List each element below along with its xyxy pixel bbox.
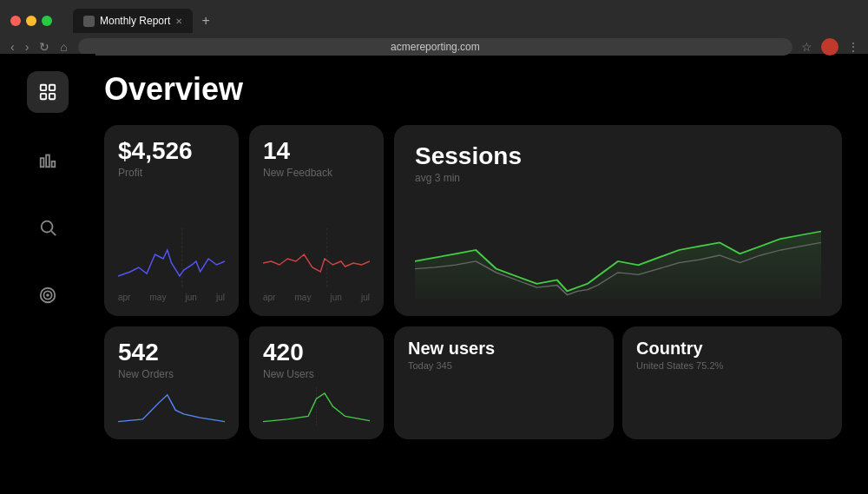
svg-point-11 <box>47 294 49 296</box>
sidebar-item-goals[interactable] <box>27 274 69 316</box>
feedback-label-may: may <box>295 293 312 302</box>
profit-value: $4,526 <box>118 139 225 163</box>
page-title: Overview <box>104 71 842 108</box>
profit-card: $4,526 Profit apr may jun jul <box>104 125 239 316</box>
profit-label-jul: jul <box>216 293 225 302</box>
profit-sparkline <box>118 228 225 289</box>
new-users-chart-value: 420 <box>263 340 370 365</box>
browser-menu-button[interactable]: ⋮ <box>845 38 861 56</box>
feedback-value: 14 <box>263 139 370 163</box>
feedback-chart-labels: apr may jun jul <box>263 293 370 302</box>
svg-rect-5 <box>46 155 49 168</box>
country-card: Country United States 75.2% <box>622 326 842 439</box>
sidebar <box>0 54 95 494</box>
tab-close-icon[interactable]: ✕ <box>175 16 182 26</box>
sessions-title: Sessions <box>415 142 821 170</box>
traffic-lights: Monthly Report ✕ + <box>0 0 868 36</box>
new-users-stat-card: New users Today 345 <box>394 326 614 439</box>
profit-label-apr: apr <box>118 293 130 302</box>
new-tab-button[interactable]: + <box>196 11 214 30</box>
nav-buttons: ‹ › ↻ ⌂ <box>7 38 71 56</box>
profit-label: Profit <box>118 167 225 179</box>
feedback-chart-area <box>263 188 370 289</box>
reload-button[interactable]: ↻ <box>36 38 53 56</box>
active-tab[interactable]: Monthly Report ✕ <box>73 9 193 33</box>
sessions-subtitle: avg 3 min <box>415 172 821 184</box>
feedback-sparkline <box>263 228 370 289</box>
sidebar-item-dashboard[interactable] <box>27 71 69 113</box>
country-sub: United States 75.2% <box>636 360 828 371</box>
feedback-label-jul: jul <box>361 293 370 302</box>
forward-button[interactable]: › <box>22 38 33 56</box>
new-users-stat-area: New users Today 345 Country United State… <box>394 326 842 439</box>
feedback-card: 14 New Feedback apr may jun jul <box>249 125 384 316</box>
profit-chart-area <box>118 188 225 289</box>
new-users-chart-card: 420 New Users <box>249 326 384 439</box>
new-users-stat-title: New users <box>408 339 600 359</box>
feedback-label-apr: apr <box>263 293 275 302</box>
home-button[interactable]: ⌂ <box>56 38 70 56</box>
sessions-sparkline <box>415 201 821 299</box>
new-orders-card: 542 New Orders <box>104 326 239 439</box>
app-container: Overview $4,526 Profit apr may jun jul <box>0 54 868 494</box>
svg-point-7 <box>42 221 53 233</box>
new-orders-sparkline <box>118 387 225 425</box>
feedback-label-jun: jun <box>331 293 342 302</box>
main-content: Overview $4,526 Profit apr may jun jul <box>95 54 868 494</box>
new-orders-value: 542 <box>118 340 225 365</box>
new-orders-label: New Orders <box>118 368 225 380</box>
tab-favicon <box>83 16 95 27</box>
back-button[interactable]: ‹ <box>7 38 18 56</box>
minimize-button[interactable] <box>26 16 36 26</box>
close-button[interactable] <box>10 16 21 26</box>
svg-rect-0 <box>41 85 46 90</box>
svg-rect-1 <box>49 85 55 90</box>
address-bar[interactable] <box>78 38 792 56</box>
profile-avatar[interactable] <box>821 38 838 56</box>
sidebar-item-search[interactable] <box>27 207 69 248</box>
svg-rect-6 <box>52 161 56 167</box>
new-users-stat-sub: Today 345 <box>408 360 600 371</box>
svg-rect-4 <box>41 158 44 167</box>
sessions-card: Sessions avg 3 min <box>394 125 842 316</box>
new-users-chart-label: New Users <box>263 368 370 380</box>
profit-label-may: may <box>150 293 167 302</box>
browser-chrome: Monthly Report ✕ + ‹ › ↻ ⌂ ☆ ⋮ <box>0 0 868 54</box>
maximize-button[interactable] <box>42 16 52 26</box>
dashboard-grid: $4,526 Profit apr may jun jul 14 <box>104 125 842 439</box>
feedback-label: New Feedback <box>263 167 370 179</box>
tabs-bar: Monthly Report ✕ + <box>64 9 224 33</box>
profit-label-jun: jun <box>186 293 197 302</box>
sidebar-item-analytics[interactable] <box>27 139 69 181</box>
tab-label: Monthly Report <box>100 15 170 27</box>
new-users-sparkline <box>263 387 370 425</box>
svg-marker-14 <box>415 231 821 299</box>
svg-rect-2 <box>41 94 46 99</box>
profit-chart-labels: apr may jun jul <box>118 293 225 302</box>
svg-rect-3 <box>49 94 55 99</box>
country-title: Country <box>636 339 828 359</box>
bookmark-button[interactable]: ☆ <box>799 38 814 56</box>
svg-line-8 <box>51 231 56 235</box>
